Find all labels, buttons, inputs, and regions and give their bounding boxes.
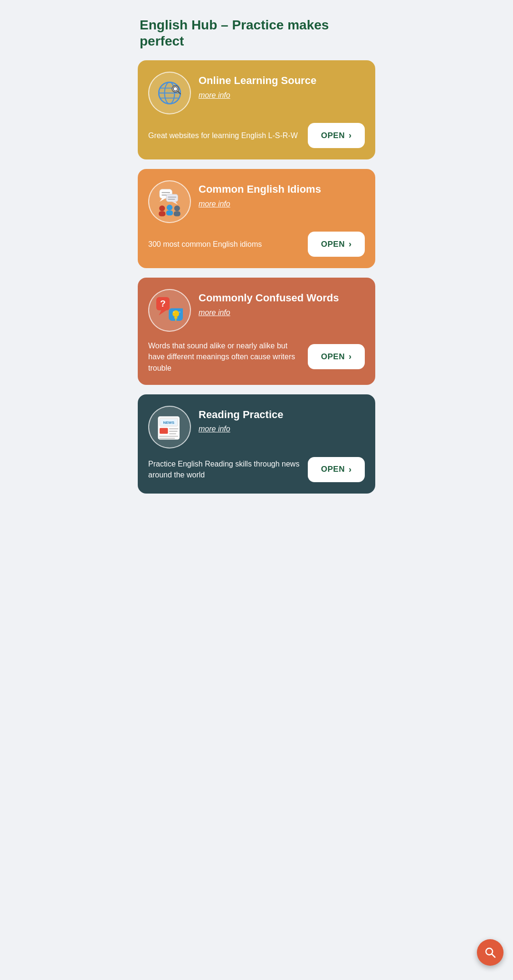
card-title-area: Common English Idioms more info <box>199 180 365 208</box>
card-bottom: Words that sound alike or nearly alike b… <box>148 340 365 373</box>
card-description: 300 most common English idioms <box>148 239 300 250</box>
card-bottom: 300 most common English idioms OPEN › <box>148 232 365 257</box>
card-title: Commonly Confused Words <box>199 292 365 304</box>
card-common-idioms: Common English Idioms more info 300 most… <box>138 169 375 268</box>
svg-point-19 <box>167 205 172 210</box>
open-button-label: OPEN <box>321 240 345 249</box>
open-button-arrow-icon: › <box>349 239 352 249</box>
svg-rect-20 <box>166 211 173 216</box>
card-title: Reading Practice <box>199 409 365 421</box>
card-title-area: Commonly Confused Words more info <box>199 289 365 317</box>
svg-rect-18 <box>159 211 165 216</box>
open-button-confused-words[interactable]: OPEN › <box>308 344 365 369</box>
svg-text:?: ? <box>160 299 166 308</box>
svg-point-21 <box>174 205 180 211</box>
svg-point-5 <box>159 82 180 104</box>
cards-container: Online Learning Source more info Great w… <box>128 60 385 503</box>
card-reading-practice: NEWS Reading Practice more info <box>138 394 375 494</box>
card-description: Practice English Reading skills through … <box>148 458 300 480</box>
question-bulb-icon: ? <box>151 291 189 329</box>
open-button-online-learning[interactable]: OPEN › <box>308 123 365 148</box>
open-button-label: OPEN <box>321 352 345 362</box>
card-top: Online Learning Source more info <box>148 72 365 114</box>
open-button-arrow-icon: › <box>349 465 352 475</box>
open-button-label: OPEN <box>321 131 345 140</box>
svg-marker-24 <box>159 310 166 316</box>
page-title: English Hub – Practice makes perfect <box>128 0 385 60</box>
card-confused-words: ? Commonly Confused Words <box>138 278 375 385</box>
open-button-label: OPEN <box>321 465 345 474</box>
svg-rect-22 <box>174 211 180 216</box>
card-icon-circle: NEWS <box>148 406 191 448</box>
card-top: ? Commonly Confused Words <box>148 289 365 332</box>
card-top: Common English Idioms more info <box>148 180 365 223</box>
svg-point-28 <box>172 310 179 317</box>
card-description: Words that sound alike or nearly alike b… <box>148 340 300 373</box>
card-more-info-link[interactable]: more info <box>199 308 230 317</box>
card-description: Great websites for learning English L-S-… <box>148 130 300 141</box>
card-icon-circle: ? <box>148 289 191 332</box>
news-icon: NEWS <box>151 408 189 446</box>
svg-marker-14 <box>172 202 178 205</box>
chat-people-icon <box>151 183 189 221</box>
card-more-info-link[interactable]: more info <box>199 200 230 208</box>
card-more-info-link[interactable]: more info <box>199 91 230 100</box>
globe-icon <box>151 74 189 112</box>
open-button-common-idioms[interactable]: OPEN › <box>308 232 365 257</box>
card-more-info-link[interactable]: more info <box>199 425 230 433</box>
svg-point-17 <box>159 205 165 211</box>
card-icon-circle <box>148 180 191 223</box>
card-bottom: Great websites for learning English L-S-… <box>148 123 365 148</box>
card-title: Common English Idioms <box>199 183 365 196</box>
open-button-arrow-icon: › <box>349 352 352 362</box>
svg-marker-10 <box>160 198 165 202</box>
card-title: Online Learning Source <box>199 75 365 87</box>
svg-text:NEWS: NEWS <box>163 420 174 425</box>
card-bottom: Practice English Reading skills through … <box>148 457 365 482</box>
card-online-learning: Online Learning Source more info Great w… <box>138 60 375 159</box>
svg-rect-29 <box>174 317 178 319</box>
card-title-area: Online Learning Source more info <box>199 72 365 99</box>
open-button-reading-practice[interactable]: OPEN › <box>308 457 365 482</box>
svg-rect-13 <box>166 194 178 202</box>
svg-rect-37 <box>160 428 168 434</box>
open-button-arrow-icon: › <box>349 131 352 140</box>
card-top: NEWS Reading Practice more info <box>148 406 365 448</box>
card-title-area: Reading Practice more info <box>199 406 365 433</box>
card-icon-circle <box>148 72 191 114</box>
